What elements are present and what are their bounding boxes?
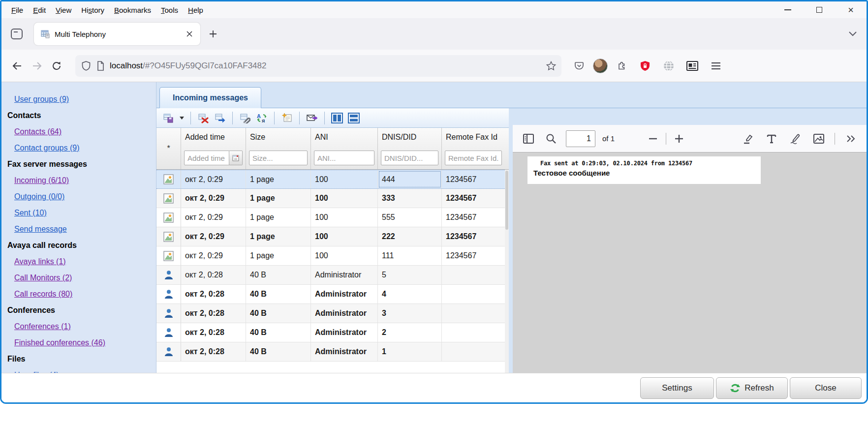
sidebar-item-outgoing-0-0[interactable]: Outgoing (0/0): [1, 189, 156, 206]
sidebar-item-contacts-64[interactable]: Contacts (64): [1, 124, 156, 141]
url-bar[interactable]: localhost/#?O45FUy59QGl7ca10FAF3482: [75, 55, 561, 77]
edit-message-button[interactable]: [238, 111, 252, 125]
reload-button[interactable]: [47, 56, 66, 76]
added-time-cell: окт 2, 0:28: [181, 342, 246, 361]
minimize-button[interactable]: [772, 1, 804, 18]
bookmark-star-icon[interactable]: [546, 61, 557, 71]
save-layout-button[interactable]: [161, 111, 175, 125]
message-row[interactable]: окт 2, 0:29 1 page 100 111 1234567: [156, 246, 505, 266]
menu-help[interactable]: Help: [183, 4, 208, 16]
tab-incoming-messages[interactable]: Incoming messages: [159, 87, 261, 108]
text-tool-button[interactable]: [764, 131, 779, 147]
new-message-button[interactable]: [280, 111, 294, 125]
column-header-size[interactable]: Size: [246, 128, 311, 147]
newspaper-extension-button[interactable]: [682, 56, 702, 76]
search-icon: [546, 133, 557, 144]
scrollbar-thumb[interactable]: [505, 171, 508, 230]
filter-dnis-input[interactable]: [381, 151, 438, 165]
message-row[interactable]: окт 2, 0:28 40 B Administrator 5: [156, 266, 505, 285]
close-button[interactable]: ×: [835, 1, 867, 18]
settings-button-label: Settings: [662, 383, 692, 393]
message-type-cell: [156, 304, 181, 323]
menu-view[interactable]: View: [51, 4, 76, 16]
delete-message-button[interactable]: [196, 111, 210, 125]
sidebar-item-avaya-links-1[interactable]: Avaya links (1): [1, 254, 156, 271]
secondary-toolbar-button[interactable]: [843, 131, 859, 147]
sidebar-item-incoming-6-10[interactable]: Incoming (6/10): [1, 173, 156, 189]
tab-close-button[interactable]: [184, 28, 195, 40]
message-type-cell: [156, 189, 181, 208]
settings-button[interactable]: Settings: [640, 377, 714, 399]
security-extension-button[interactable]: [635, 56, 655, 76]
sidebar-item-sent-10[interactable]: Sent (10): [1, 206, 156, 222]
forward-message-button[interactable]: [305, 111, 319, 125]
column-header-ani[interactable]: ANI: [311, 128, 378, 147]
pdf-viewport[interactable]: Fax sent at 0:29:03, 02.10.2024 from 123…: [513, 152, 867, 373]
save-layout-dropdown[interactable]: [178, 111, 185, 125]
menu-bookmarks[interactable]: Bookmarks: [109, 4, 156, 16]
globe-extension-button[interactable]: [659, 56, 679, 76]
column-header-remote-fax-id[interactable]: Remote Fax Id: [442, 128, 505, 147]
column-header-star[interactable]: *: [156, 128, 181, 169]
sidebar-item-user-files-4[interactable]: User files (4): [1, 368, 156, 373]
list-all-tabs-button[interactable]: [844, 25, 862, 43]
menu-edit[interactable]: Edit: [28, 4, 51, 16]
filter-ani-input[interactable]: [314, 151, 374, 165]
column-header-dnis[interactable]: DNIS/DID: [378, 128, 442, 147]
highlight-tool-button[interactable]: [740, 131, 756, 147]
sidebar-item-contact-groups-9[interactable]: Contact groups (9): [1, 141, 156, 157]
zoom-out-button[interactable]: [645, 131, 661, 147]
sidebar-item-send-message[interactable]: Send message: [1, 222, 156, 238]
size-cell: 1 page: [246, 246, 311, 265]
filter-remote-fax-id-input[interactable]: [445, 151, 502, 165]
forward-button[interactable]: [27, 56, 47, 76]
split-vertical-button[interactable]: [330, 111, 344, 125]
extensions-button[interactable]: [612, 56, 631, 76]
sidebar-item-call-records-80[interactable]: Call records (80): [1, 287, 156, 303]
message-row[interactable]: окт 2, 0:28 40 B Administrator 3: [156, 304, 505, 323]
added-time-cell: окт 2, 0:28: [181, 266, 246, 284]
export-message-button[interactable]: [213, 111, 227, 125]
sidebar-item-finished-conferences-46[interactable]: Finished conferences (46): [1, 335, 156, 352]
sidebar-item-conferences-1[interactable]: Conferences (1): [1, 319, 156, 335]
app-menu-button[interactable]: [706, 56, 726, 76]
split-horizontal-button[interactable]: [347, 111, 361, 125]
message-row[interactable]: окт 2, 0:29 1 page 100 333 1234567: [156, 189, 505, 208]
firefox-view-button[interactable]: [6, 25, 27, 43]
new-tab-button[interactable]: [204, 25, 222, 43]
page-number-input[interactable]: [566, 130, 595, 147]
find-button[interactable]: [543, 131, 559, 147]
refresh-button[interactable]: Refresh: [716, 377, 788, 399]
message-row[interactable]: окт 2, 0:29 1 page 100 444 1234567: [156, 170, 505, 189]
message-row[interactable]: окт 2, 0:28 40 B Administrator 2: [156, 323, 505, 342]
filter-size-input[interactable]: [249, 151, 308, 165]
message-row[interactable]: окт 2, 0:29 1 page 100 222 1234567: [156, 227, 505, 246]
profile-avatar[interactable]: [593, 59, 608, 73]
message-row[interactable]: окт 2, 0:28 40 B Administrator 4: [156, 285, 505, 304]
draw-tool-button[interactable]: [787, 131, 803, 147]
translate-button[interactable]: A я: [255, 111, 269, 125]
menu-file[interactable]: File: [6, 4, 28, 16]
remote-fax-id-cell: 1234567: [442, 208, 505, 227]
pocket-button[interactable]: [569, 56, 589, 76]
sidebar-item-user-groups-9[interactable]: User groups (9): [1, 92, 156, 108]
back-button[interactable]: [7, 56, 27, 76]
table-scrollbar[interactable]: [505, 170, 509, 373]
menu-tools[interactable]: Tools: [156, 4, 183, 16]
maximize-button[interactable]: [804, 1, 835, 18]
svg-text:я: я: [262, 118, 265, 123]
tab-multi-telephony[interactable]: Multi Telephony: [34, 23, 200, 45]
date-picker-button[interactable]: [229, 151, 243, 165]
sidebar-item-call-monitors-2[interactable]: Call Monitors (2): [1, 271, 156, 287]
messages-table: * Added time Size ANI DNIS/DID Remote Fa…: [156, 128, 509, 373]
sidebar-toggle-icon: [523, 133, 534, 144]
zoom-in-button[interactable]: [671, 131, 687, 147]
message-row[interactable]: окт 2, 0:28 40 B Administrator 1: [156, 342, 505, 362]
menu-history[interactable]: History: [76, 4, 109, 16]
close-dialog-button[interactable]: Close: [790, 377, 862, 399]
column-header-added-time[interactable]: Added time: [181, 128, 246, 147]
toggle-sidebar-button[interactable]: [521, 131, 536, 147]
filter-added-time-input[interactable]: [184, 151, 229, 165]
image-tool-button[interactable]: [811, 131, 827, 147]
message-row[interactable]: окт 2, 0:29 1 page 100 555 1234567: [156, 208, 505, 227]
